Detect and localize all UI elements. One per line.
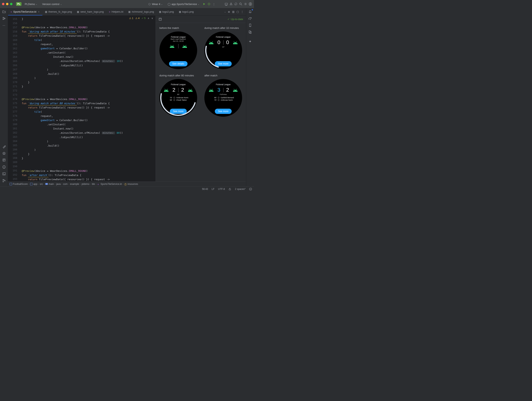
close-icon[interactable]: × bbox=[38, 10, 40, 13]
svg-point-30 bbox=[172, 46, 173, 47]
preview-settings-icon[interactable] bbox=[158, 18, 162, 21]
breadcrumb-item[interactable]: pldemo bbox=[82, 183, 89, 185]
settings-icon[interactable] bbox=[244, 2, 247, 6]
breadcrumb-item[interactable]: src bbox=[40, 183, 43, 185]
svg-point-24 bbox=[3, 179, 4, 180]
updates-icon[interactable] bbox=[234, 2, 237, 6]
maximize-window[interactable] bbox=[10, 3, 13, 5]
watch-preview[interactable]: Fictional LeagueBack road StadiumJun 21,… bbox=[159, 31, 197, 69]
breadcrumb-item[interactable]: com bbox=[63, 183, 68, 185]
code-content[interactable]: } @Preview(device = WearDevices.SMALL_RO… bbox=[19, 16, 123, 181]
breadcrumb-item[interactable]: resources bbox=[127, 183, 138, 185]
next-highlight-icon[interactable]: ∨ bbox=[151, 17, 153, 20]
tab-west-ham-logo[interactable]: ▦ west_ham_logo.png bbox=[75, 8, 106, 15]
breadcrumb-item[interactable]: FootballScore bbox=[13, 183, 28, 185]
svg-point-0 bbox=[208, 3, 210, 5]
more-actions-icon[interactable]: ⋮ bbox=[212, 2, 215, 6]
svg-line-36 bbox=[185, 45, 186, 46]
close-window[interactable] bbox=[2, 3, 4, 5]
breadcrumb-item[interactable]: example bbox=[70, 183, 79, 185]
tab-label: logo1.png bbox=[182, 10, 194, 13]
bookmarks-tool-icon[interactable] bbox=[2, 158, 6, 162]
build-tool-icon[interactable] bbox=[2, 145, 6, 148]
watch-preview[interactable]: Fictional League2280'70'Ambrose Norm55'C… bbox=[159, 79, 197, 117]
ai-assistant-icon[interactable] bbox=[248, 40, 252, 44]
run-button[interactable] bbox=[203, 2, 206, 6]
preview-cell: after match Fictional League32Full-time8… bbox=[204, 74, 242, 117]
svg-point-16 bbox=[4, 18, 5, 19]
problems-tool-icon[interactable] bbox=[2, 165, 6, 169]
project-name: PLDemo bbox=[25, 3, 35, 6]
file-encoding[interactable]: UTF-8 bbox=[218, 188, 225, 191]
breadcrumb[interactable]: FootballScore › app › src › main › java … bbox=[8, 181, 246, 186]
breadcrumb-item[interactable]: tile bbox=[92, 183, 95, 185]
notifications-icon[interactable] bbox=[248, 10, 252, 14]
terminal-tool-icon[interactable] bbox=[2, 172, 6, 176]
favorites-tool-icon[interactable] bbox=[2, 151, 6, 155]
more-tabs-icon[interactable]: ⌄ bbox=[224, 11, 226, 13]
readonly-toggle-icon[interactable] bbox=[228, 188, 231, 191]
tab-richmond-logo[interactable]: ▦ richmond_logo.png bbox=[126, 8, 157, 15]
breadcrumb-item[interactable]: main bbox=[49, 183, 54, 185]
weak-warning-count: ✓ 5 bbox=[141, 17, 146, 20]
watch-preview[interactable]: Fictional League0010'See more bbox=[204, 31, 242, 69]
svg-point-13 bbox=[250, 3, 251, 4]
watch-action-button[interactable]: See details bbox=[169, 61, 187, 66]
layout-preview-icon[interactable]: ▥ bbox=[232, 10, 234, 13]
svg-point-6 bbox=[230, 3, 231, 4]
svg-point-67 bbox=[250, 189, 251, 189]
services-icon[interactable] bbox=[229, 2, 233, 6]
vcs-label: Version control bbox=[42, 3, 59, 6]
watch-action-button[interactable]: See more bbox=[215, 109, 232, 114]
titlebar: PL PLDemo ⌄ Version control ⌄ ⬡ Wear 4 ⌄… bbox=[0, 0, 254, 8]
tab-themes-fc-logo[interactable]: ▦ themes_fc_logo.png bbox=[43, 8, 75, 15]
more-tools-icon[interactable]: ⋯ bbox=[2, 23, 6, 27]
kotlin-file-icon: ⟡ bbox=[109, 10, 110, 13]
code-editor[interactable]: ⚠︎ 1 ⚠︎ 4 ✓ 5 ∧ ∨ 155 156 157 158 159 16… bbox=[8, 16, 156, 181]
caret-position[interactable]: 56:43 bbox=[202, 188, 208, 191]
image-file-icon: ▦ bbox=[45, 10, 47, 13]
layout-list-icon[interactable]: ≣ bbox=[228, 10, 230, 13]
right-tool-stripe bbox=[246, 8, 254, 186]
svg-point-58 bbox=[236, 90, 236, 91]
svg-line-10 bbox=[241, 5, 242, 6]
gradle-tool-icon[interactable] bbox=[248, 16, 252, 20]
tab-label: richmond_logo.png bbox=[132, 10, 154, 13]
prev-highlight-icon[interactable]: ∧ bbox=[148, 17, 149, 20]
git-tool-icon[interactable] bbox=[2, 179, 6, 183]
account-icon[interactable] bbox=[249, 2, 252, 6]
memory-indicator-icon[interactable] bbox=[249, 188, 252, 191]
breadcrumb-item[interactable]: java bbox=[56, 183, 61, 185]
breadcrumb-item[interactable]: SportsTileService.kt bbox=[101, 183, 122, 185]
svg-line-60 bbox=[236, 89, 237, 90]
breadcrumb-item[interactable]: app bbox=[33, 183, 37, 185]
watch-preview[interactable]: Fictional League32Full-time85'Garfield B… bbox=[204, 79, 242, 117]
chevron-down-icon: ⌄ bbox=[161, 3, 163, 5]
inspections-widget[interactable]: ⚠︎ 1 ⚠︎ 4 ✓ 5 ∧ ∨ bbox=[129, 17, 153, 20]
structure-tool-icon[interactable] bbox=[2, 16, 6, 20]
tab-label: themes_fc_logo.png bbox=[48, 10, 72, 13]
run-config-selector[interactable]: ◯ app.SportsTileService ⌄ bbox=[166, 2, 201, 6]
vcs-selector[interactable]: Version control ⌄ bbox=[41, 2, 63, 6]
tab-logo2[interactable]: ▦ logo2.png bbox=[157, 8, 177, 15]
code-with-me-icon[interactable] bbox=[225, 2, 228, 6]
tab-options-icon[interactable]: ⋮ bbox=[241, 10, 244, 13]
project-tool-icon[interactable] bbox=[2, 10, 6, 14]
device-selector[interactable]: ⬡ Wear 4 ⌄ bbox=[146, 2, 165, 6]
layout-image-icon[interactable]: ▢ bbox=[236, 10, 239, 13]
tab-helpers[interactable]: ⟡ Helpers.kt bbox=[106, 8, 126, 15]
preview-label: during match after 10 minutes bbox=[204, 26, 242, 30]
tab-logo1[interactable]: ▦ logo1.png bbox=[177, 8, 196, 15]
window-controls bbox=[2, 3, 13, 5]
svg-rect-5 bbox=[225, 3, 228, 5]
search-icon[interactable] bbox=[239, 2, 242, 6]
line-separator[interactable]: LF bbox=[212, 188, 214, 191]
preview-label: during match after 80 minutes bbox=[159, 74, 197, 77]
indent-settings[interactable]: 2 spaces* bbox=[235, 188, 246, 191]
device-manager-icon[interactable] bbox=[248, 23, 252, 27]
debug-button[interactable] bbox=[207, 2, 211, 6]
tab-sportstileservice[interactable]: ⟡ SportsTileService.kt × bbox=[8, 8, 43, 15]
emulator-tool-icon[interactable] bbox=[248, 30, 252, 34]
project-selector[interactable]: PLDemo ⌄ bbox=[23, 2, 39, 6]
minimize-window[interactable] bbox=[6, 3, 8, 5]
